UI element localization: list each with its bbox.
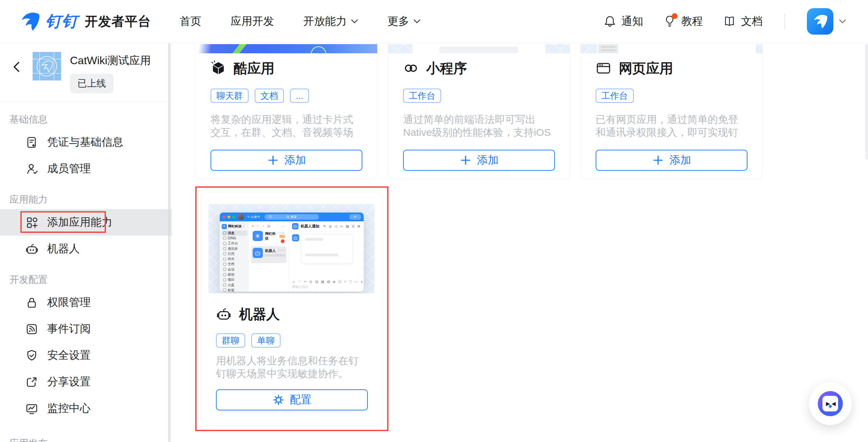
add-cool-app-button[interactable]: 添加 [211, 150, 362, 171]
card-description: 将复杂的应用逻辑，通过卡片式交互，在群、文档、音视频等场域浅透出给成员快... [211, 113, 362, 139]
tag-list: 聊天群 文档 ... [211, 89, 362, 103]
assistant-gradient-ring: ►◄ [818, 391, 843, 416]
configure-robot-button[interactable]: 配置 [216, 389, 368, 410]
mini-plus-button: + [349, 214, 361, 220]
app-meta: CatWiki测试应用 已上线 [70, 52, 151, 93]
mini-nav-icon [223, 247, 226, 250]
sidebar-item-members[interactable]: 成员管理 [0, 155, 171, 182]
notification-dot [672, 13, 677, 19]
cool-app-banner [196, 44, 377, 53]
card-description: 用机器人将业务信息和任务在钉钉聊天场景中实现敏捷协作。 [216, 354, 368, 380]
card-title-row: 小程序 [403, 60, 555, 76]
sidebar-item-event-subscription[interactable]: 事件订阅 [0, 316, 171, 342]
mini-user-avatar [238, 214, 243, 220]
mini-search-bar: 搜索 [265, 214, 319, 220]
mini-panel-header: 机器人通知 ✎◎◁▭▨☷⚙ [289, 221, 364, 232]
sidebar-item-robot[interactable]: 机器人 [0, 236, 171, 262]
assistant-floating-button[interactable]: ►◄ [809, 382, 852, 425]
mini-org-logo: ✳ [222, 224, 227, 229]
mini-titlebar: ✎ 出差中 ◷ 搜索 + [220, 213, 364, 221]
tag: 工作台 [596, 89, 634, 103]
mini-panel-action-icons: ✎◎◁▭▨☷⚙ [323, 224, 361, 228]
add-web-app-button[interactable]: 添加 [596, 150, 747, 171]
assistant-logo-icon: ►◄ [822, 396, 838, 411]
main-nav: 首页 应用开发 开放能力 更多 [180, 14, 421, 29]
mini-nav-tags: 标签 [222, 288, 247, 292]
credential-icon [25, 136, 38, 149]
mini-nav-drive: 云盘 [222, 282, 247, 288]
mini-nav-icon [223, 263, 226, 266]
add-mini-program-button[interactable]: 添加 [403, 150, 555, 171]
chevron-down-icon [413, 19, 421, 24]
plus-icon [652, 154, 664, 166]
bulb-icon [663, 15, 676, 28]
user-avatar [807, 8, 833, 35]
section-app-release: 应用发布 [0, 436, 171, 442]
mini-nav-icon [223, 289, 226, 292]
page-scrollbar[interactable] [865, 44, 868, 160]
sidebar-item-add-capability[interactable]: 添加应用能力 [0, 209, 171, 236]
chevron-down-icon [839, 19, 846, 24]
share-icon [25, 375, 38, 389]
app-name: CatWiki测试应用 [70, 53, 151, 68]
nav-item-app-dev[interactable]: 应用开发 [231, 14, 274, 29]
header-actions: 通知 教程 文档 [603, 8, 846, 35]
mini-nav-workbench: 工作台 [222, 241, 247, 246]
tag-list: 群聊 单聊 [216, 333, 368, 348]
card-title: 小程序 [426, 59, 467, 78]
book-icon [723, 15, 736, 28]
nav-item-open-capability[interactable]: 开放能力 [303, 14, 358, 29]
plus-icon [459, 154, 472, 166]
logo-text: 钉钉 [46, 11, 78, 32]
sidebar-scrollbar[interactable] [168, 43, 170, 442]
header-divider [784, 14, 785, 29]
sidebar-item-credentials[interactable]: 凭证与基础信息 [0, 129, 171, 155]
tag-more: ... [290, 89, 309, 103]
tag: 工作台 [403, 89, 441, 103]
blurred-message-card [301, 234, 353, 263]
mini-program-icon [403, 60, 419, 76]
mini-org-avatar: ✳ [253, 231, 263, 241]
org-tag-badge [279, 235, 285, 238]
card-title-row: 网页应用 [596, 60, 747, 76]
sidebar-item-permissions[interactable]: 权限管理 [0, 289, 171, 316]
card-description: 已有网页应用，通过简单的免登和通讯录权限接入，即可实现钉钉工作台快捷使用。 [596, 113, 747, 139]
mini-nav-project: 项目 [222, 277, 247, 282]
card-title-row: 机器人 [216, 306, 368, 322]
card-title: 机器人 [239, 305, 280, 324]
mini-chat-list-toolbar: ●☆○▤⋯ [251, 222, 287, 229]
sidebar: CatWiki测试应用 已上线 基础信息 凭证与基础信息 成员管理 应用能力 添… [0, 43, 172, 442]
sidebar-item-monitor[interactable]: 监控中心 [0, 395, 171, 422]
mini-chat-panel: 机器人通知 ✎◎◁▭▨☷⚙ [289, 221, 364, 292]
mini-message-area [289, 232, 364, 278]
mini-program-banner [388, 44, 570, 53]
mini-nav-todo: 待办 [222, 256, 247, 261]
mini-left-nav: ✳ 网钉科技 ▾ 消息 DING 工作台 通讯录 日历 待办 文档 会议 [220, 221, 249, 292]
platform-title: 开发者平台 [85, 13, 151, 30]
card-description: 通过简单的前端语法即可写出Native级别的性能体验，支持iOS和Android… [403, 113, 555, 139]
sidebar-item-security[interactable]: 安全设置 [0, 342, 171, 369]
mini-nav-docs: 文档 [222, 262, 247, 267]
tutorial-button[interactable]: 教程 [663, 14, 703, 29]
event-subscription-icon [25, 323, 38, 336]
unread-badge [281, 239, 285, 243]
robot-screenshot: ✎ 出差中 ◷ 搜索 + ✳ 网钉科技 ▾ [209, 204, 375, 293]
nav-item-home[interactable]: 首页 [180, 14, 201, 29]
robot-icon [216, 306, 232, 322]
docs-button[interactable]: 文档 [723, 14, 763, 29]
mini-user-status: ✎ 出差中 [247, 215, 260, 219]
mini-nav-icon [223, 268, 226, 271]
web-app-icon [596, 60, 611, 76]
back-button[interactable] [10, 60, 24, 74]
notifications-button[interactable]: 通知 [603, 14, 643, 29]
chevron-down-icon [351, 19, 358, 24]
nav-item-more[interactable]: 更多 [387, 14, 421, 29]
account-menu[interactable] [807, 8, 846, 35]
mini-chat-item-robot: 机器人 自动化消息推送 17:02 [251, 246, 287, 263]
traffic-light-green [232, 216, 235, 218]
sidebar-item-share[interactable]: 分享设置 [0, 369, 171, 395]
mini-nav-messages: 消息 [222, 231, 247, 236]
dingtalk-logo[interactable]: 钉钉 开发者平台 [19, 11, 151, 32]
card-web-app: 网页应用 工作台 已有网页应用，通过简单的免登和通讯录权限接入，即可实现钉钉工作… [580, 44, 763, 179]
mini-dingtalk-window: ✎ 出差中 ◷ 搜索 + ✳ 网钉科技 ▾ [220, 213, 364, 292]
